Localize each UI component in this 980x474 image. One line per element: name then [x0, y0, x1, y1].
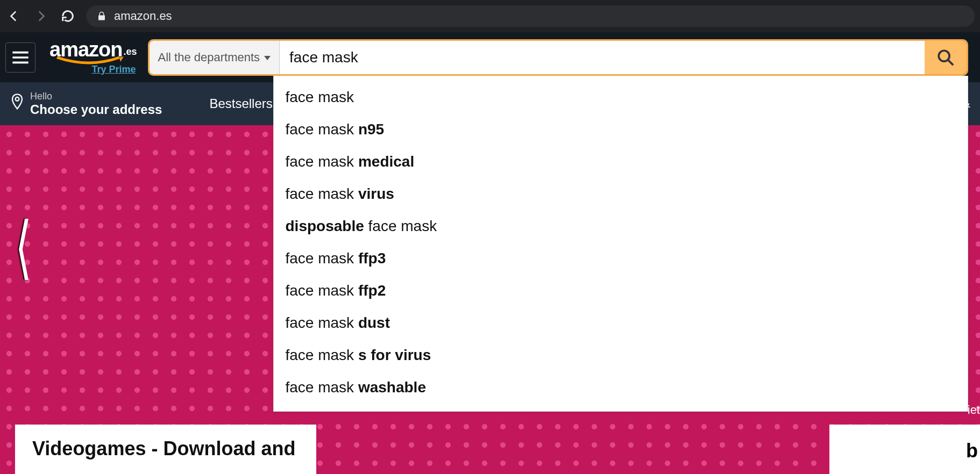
amazon-logo[interactable]: amazon .es Try Prime	[49, 39, 137, 75]
choose-address-button[interactable]: Hello Choose your address	[10, 91, 162, 117]
suggestion-item[interactable]: face mask ffp3	[274, 242, 968, 275]
try-prime-link[interactable]: Try Prime	[91, 64, 136, 75]
hamburger-menu-button[interactable]	[5, 42, 35, 73]
svg-point-0	[939, 51, 949, 61]
address-bar[interactable]: amazon.es	[86, 5, 975, 27]
forward-button[interactable]	[32, 8, 49, 25]
nav-fragment-2: iet	[968, 403, 980, 417]
suggestion-item[interactable]: face mask n95	[274, 113, 968, 146]
suggestion-item[interactable]: disposable face mask	[274, 210, 968, 242]
suggestion-item[interactable]: face mask washable	[274, 371, 968, 404]
suggestion-item[interactable]: face mask medical	[274, 146, 968, 178]
nav-fragment-3: b	[966, 440, 978, 462]
suggestion-item[interactable]: face mask dust	[274, 307, 968, 339]
hero-promo-card[interactable]: Videogames - Download and	[15, 425, 316, 474]
search-button[interactable]	[925, 41, 967, 74]
svg-point-1	[16, 97, 19, 101]
lock-icon	[97, 11, 106, 21]
location-icon	[10, 93, 25, 114]
suggestion-item[interactable]: face mask virus	[274, 178, 968, 210]
department-dropdown[interactable]: All the departments	[150, 41, 280, 74]
search-input[interactable]	[280, 41, 925, 74]
address-line1: Hello	[30, 91, 162, 102]
chevron-down-icon	[264, 51, 271, 64]
hero-side-card[interactable]: b	[829, 425, 980, 474]
carousel-prev-button[interactable]: ⟨	[15, 207, 32, 287]
address-line2: Choose your address	[30, 102, 162, 117]
suggestion-item[interactable]: face mask	[274, 81, 968, 113]
reload-button[interactable]	[59, 8, 76, 25]
hero-card-title: Videogames - Download and	[32, 437, 299, 460]
back-button[interactable]	[5, 8, 23, 25]
department-label: All the departments	[158, 51, 260, 64]
logo-extension: .es	[123, 46, 137, 58]
search-icon	[936, 48, 955, 67]
suggestion-item[interactable]: face mask ffp2	[274, 275, 968, 307]
search-suggestions: face maskface mask n95face mask medicalf…	[273, 76, 968, 412]
search-bar: All the departments face maskface mask n…	[148, 39, 968, 76]
site-header: amazon .es Try Prime All the departments…	[0, 32, 980, 82]
suggestion-item[interactable]: face mask s for virus	[274, 339, 968, 371]
url-text: amazon.es	[114, 9, 172, 23]
nav-bestsellers[interactable]: Bestsellers	[209, 96, 272, 111]
browser-toolbar: amazon.es	[0, 0, 980, 32]
